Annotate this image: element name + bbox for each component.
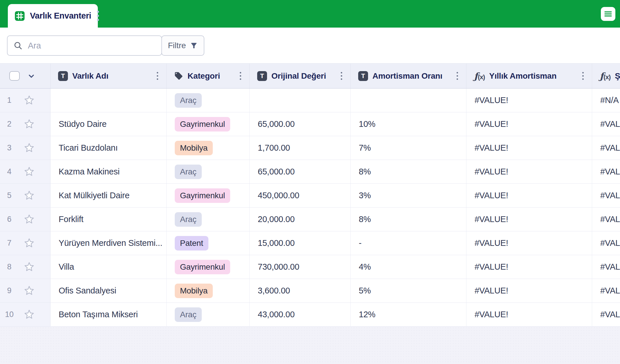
depreciation-rate-cell[interactable] [351, 89, 466, 112]
cutoff-column-cell[interactable]: #VALUE! [592, 279, 620, 302]
search-input[interactable]: Ara [7, 35, 162, 56]
annual-depreciation-cell[interactable]: #VALUE! [466, 89, 592, 112]
category-cell[interactable]: Gayrimenkul [167, 255, 250, 279]
original-value-cell[interactable]: 450,000.00 [250, 184, 351, 207]
annual-depreciation-cell[interactable]: #VALUE! [466, 231, 592, 255]
category-badge: Araç [175, 307, 202, 322]
row-select-cell: 3 [0, 136, 51, 160]
annual-depreciation-cell[interactable]: #VALUE! [466, 208, 592, 231]
depreciation-rate-cell[interactable]: 4% [351, 255, 466, 279]
asset-name-cell[interactable]: Yürüyen Merdiven Sistemi... [51, 231, 167, 255]
row-number: 4 [0, 167, 19, 176]
star-icon[interactable] [23, 142, 35, 154]
sheet-tab[interactable]: Varlık Envanteri [8, 4, 98, 28]
category-cell[interactable]: Mobilya [167, 136, 250, 160]
asset-name-cell[interactable]: Ticari Buzdolanı [51, 136, 167, 160]
annual-depreciation-cell[interactable]: #VALUE! [466, 136, 592, 160]
original-value-cell[interactable] [250, 89, 351, 112]
column-menu-dots-icon[interactable] [155, 71, 160, 81]
depreciation-rate-cell[interactable]: 3% [351, 184, 466, 207]
depreciation-rate-cell[interactable]: 5% [351, 279, 466, 302]
depreciation-rate-cell[interactable]: 8% [351, 160, 466, 183]
asset-name-cell[interactable]: Villa [51, 255, 167, 279]
depreciation-rate-cell[interactable]: 8% [351, 208, 466, 231]
column-header-orijinal-degeri[interactable]: T Orijinal Değeri [250, 64, 351, 88]
cutoff-column-cell[interactable]: #VALUE! [592, 136, 620, 160]
star-icon[interactable] [23, 214, 35, 225]
original-value-cell[interactable]: 1,700.00 [250, 136, 351, 160]
annual-depreciation-cell[interactable]: #VALUE! [466, 255, 592, 279]
select-all-header-cell [0, 64, 51, 88]
formula-column-icon: ƒ(x) [600, 71, 610, 81]
column-header-yillik-amortisman[interactable]: ƒ(x) Yıllık Amortisman [466, 64, 592, 88]
cutoff-column-cell[interactable]: #VALUE! [592, 208, 620, 231]
original-value-cell[interactable]: 3,600.00 [250, 279, 351, 302]
star-icon[interactable] [23, 237, 35, 249]
depreciation-rate-cell[interactable]: - [351, 231, 466, 255]
asset-name-cell[interactable]: Beton Taşıma Mikseri [51, 303, 167, 326]
annual-depreciation-cell[interactable]: #VALUE! [466, 279, 592, 302]
star-icon[interactable] [23, 285, 35, 296]
cutoff-column-cell[interactable]: #VALUE! [592, 160, 620, 183]
original-value-cell[interactable]: 20,000.00 [250, 208, 351, 231]
row-number: 6 [0, 215, 19, 224]
original-value-cell[interactable]: 15,000.00 [250, 231, 351, 255]
column-menu-dots-icon[interactable] [455, 71, 460, 81]
category-cell[interactable]: Araç [167, 303, 250, 326]
row-select-cell: 4 [0, 160, 51, 183]
original-value-cell[interactable]: 65,000.00 [250, 160, 351, 183]
cutoff-column-cell[interactable]: #VALUE! [592, 112, 620, 136]
row-select-cell: 5 [0, 184, 51, 207]
select-all-checkbox[interactable] [9, 71, 20, 81]
asset-name-cell[interactable]: Ofis Sandalyesi [51, 279, 167, 302]
cutoff-column-cell[interactable]: #VALUE! [592, 255, 620, 279]
cutoff-column-cell[interactable]: #N/A [592, 89, 620, 112]
depreciation-rate-cell[interactable]: 12% [351, 303, 466, 326]
cutoff-column-cell[interactable]: #VALUE! [592, 303, 620, 326]
column-menu-dots-icon[interactable] [581, 71, 585, 81]
column-header-cutoff[interactable]: ƒ(x) Şi [592, 64, 620, 88]
tab-menu-dots-icon[interactable] [96, 10, 100, 22]
star-icon[interactable] [23, 190, 35, 201]
row-number: 8 [0, 262, 19, 271]
category-cell[interactable]: Araç [167, 160, 250, 183]
annual-depreciation-cell[interactable]: #VALUE! [466, 303, 592, 326]
column-header-kategori[interactable]: Kategori [167, 64, 250, 88]
column-header-varlik-adi[interactable]: T Varlık Adı [51, 64, 167, 88]
depreciation-rate-cell[interactable]: 7% [351, 136, 466, 160]
cutoff-column-cell[interactable]: #VALUE! [592, 231, 620, 255]
expand-rows-chevron-icon[interactable] [27, 72, 35, 80]
table-header-row: T Varlık Adı Kategori T Orijinal Değeri … [0, 63, 620, 89]
cutoff-column-cell[interactable]: #VALUE! [592, 184, 620, 207]
star-icon[interactable] [23, 166, 35, 177]
asset-name-cell[interactable] [51, 89, 167, 112]
star-icon[interactable] [23, 309, 35, 320]
asset-name-cell[interactable]: Stüdyo Daire [51, 112, 167, 136]
annual-depreciation-cell[interactable]: #VALUE! [466, 112, 592, 136]
original-value-cell[interactable]: 730,000.00 [250, 255, 351, 279]
asset-name-cell[interactable]: Forklift [51, 208, 167, 231]
star-icon[interactable] [23, 261, 35, 273]
asset-name-cell[interactable]: Kat Mülkiyetli Daire [51, 184, 167, 207]
depreciation-rate-cell[interactable]: 10% [351, 112, 466, 136]
original-value-cell[interactable]: 65,000.00 [250, 112, 351, 136]
filter-button[interactable]: Filtre [161, 35, 204, 56]
original-value-cell[interactable]: 43,000.00 [250, 303, 351, 326]
asset-name-cell[interactable]: Kazma Makinesi [51, 160, 167, 183]
category-cell[interactable]: Mobilya [167, 279, 250, 302]
category-cell[interactable]: Araç [167, 208, 250, 231]
category-cell[interactable]: Gayrimenkul [167, 184, 250, 207]
annual-depreciation-cell[interactable]: #VALUE! [466, 184, 592, 207]
annual-depreciation-cell[interactable]: #VALUE! [466, 160, 592, 183]
main-menu-button[interactable] [601, 7, 615, 21]
column-menu-dots-icon[interactable] [339, 71, 344, 81]
column-header-amortisman-orani[interactable]: T Amortisman Oranı [351, 64, 466, 88]
category-cell[interactable]: Araç [167, 89, 250, 112]
category-badge: Gayrimenkul [175, 260, 230, 274]
star-icon[interactable] [23, 95, 35, 106]
column-menu-dots-icon[interactable] [238, 71, 243, 81]
row-number: 5 [0, 191, 19, 200]
star-icon[interactable] [23, 118, 35, 130]
category-cell[interactable]: Gayrimenkul [167, 112, 250, 136]
category-cell[interactable]: Patent [167, 231, 250, 255]
